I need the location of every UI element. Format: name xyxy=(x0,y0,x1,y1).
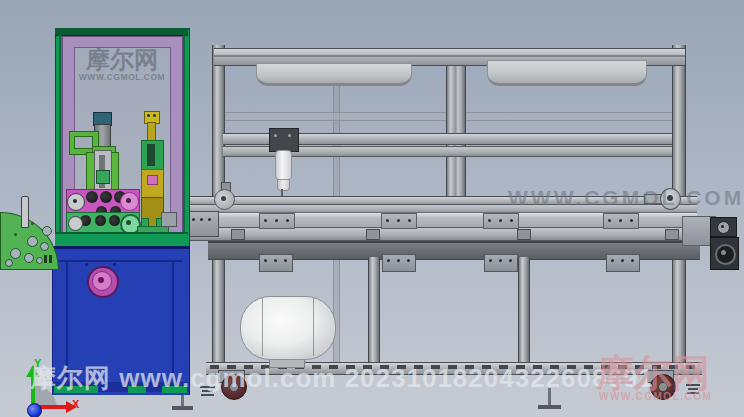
green-block-left-disc xyxy=(68,216,83,231)
bolt-dot xyxy=(408,219,411,222)
hanger-plate xyxy=(606,254,640,272)
roller xyxy=(109,215,120,226)
cabinet-post-groove xyxy=(59,35,61,240)
roller xyxy=(86,191,98,203)
base-bolt xyxy=(85,263,88,266)
pink-block-right-hub xyxy=(126,198,131,203)
frame-top-rail-groove xyxy=(214,55,685,57)
actuator-cap-dot xyxy=(147,114,150,117)
pink-block-left-hub xyxy=(73,199,77,203)
disc-hole xyxy=(5,259,13,267)
disc-hole-dot xyxy=(14,233,17,236)
actuator-cap-dot xyxy=(153,114,156,117)
table-leg xyxy=(368,257,380,363)
filter-body xyxy=(275,150,292,180)
filter-cup xyxy=(277,179,290,191)
caster-hub xyxy=(658,382,668,392)
disc-hole xyxy=(24,253,34,263)
leveling-foot-lines xyxy=(688,388,698,390)
base-bolt xyxy=(113,263,116,266)
bolt-dot xyxy=(488,219,491,222)
bolt-dot xyxy=(619,219,622,222)
bolt-dot xyxy=(407,259,410,262)
leveling-foot-base xyxy=(538,405,561,409)
conveyor-rail-3 xyxy=(187,227,697,241)
tank-seam xyxy=(313,298,314,356)
cad-viewport[interactable]: 摩尔网 WWW.CGMOL.COM xyxy=(0,0,744,417)
x-axis-shaft xyxy=(38,405,66,409)
bolt-dot xyxy=(509,259,512,262)
x-axis-arrowhead xyxy=(66,401,77,413)
base-panel-line xyxy=(66,262,68,383)
bolt-dot xyxy=(621,259,624,262)
disc-slot xyxy=(44,255,47,263)
filter-bracket xyxy=(269,128,299,152)
bolt-dot xyxy=(611,259,614,262)
bolt-dot xyxy=(286,219,289,222)
base-cabinet xyxy=(52,246,190,395)
index-disc-pin xyxy=(21,196,29,228)
right-end-knob-hub xyxy=(667,195,673,201)
y-axis-arrowhead xyxy=(26,365,40,377)
roller xyxy=(95,215,106,226)
left-tray xyxy=(256,63,412,86)
green-block-right-hub xyxy=(126,220,131,225)
mount-plate xyxy=(381,213,417,229)
post-connector xyxy=(665,229,679,240)
cabinet-top-cap xyxy=(55,28,188,36)
disc-hole xyxy=(42,226,52,236)
bolt-dot xyxy=(510,219,513,222)
leveling-foot-lines xyxy=(202,390,213,392)
bolt-dot xyxy=(200,218,203,221)
disc-hole xyxy=(40,242,49,251)
bolt-dot xyxy=(608,219,611,222)
right-tray xyxy=(487,60,647,86)
green-arm-window xyxy=(74,136,93,149)
frame-mid-post xyxy=(446,51,466,198)
connector-plate xyxy=(186,211,219,237)
roller xyxy=(100,191,112,203)
bolt-dot xyxy=(489,259,492,262)
leveling-foot xyxy=(548,388,551,406)
filter-bracket-bolt xyxy=(274,134,277,137)
disc-hole xyxy=(10,248,21,259)
bolt-dot xyxy=(264,219,267,222)
bolt-dot xyxy=(630,219,633,222)
leveling-foot-lines xyxy=(687,392,699,394)
bolt-dot xyxy=(274,259,277,262)
origin-sphere xyxy=(27,403,42,417)
bolt-dot xyxy=(192,218,195,221)
tank-seam xyxy=(262,298,263,356)
bolt-dot xyxy=(499,219,502,222)
bolt-dot xyxy=(387,259,390,262)
actuator-slot xyxy=(147,144,155,166)
base-panel-line xyxy=(172,262,174,383)
bolt-dot xyxy=(631,259,634,262)
control-knob-center xyxy=(721,225,724,228)
post-connector xyxy=(231,229,245,240)
slide-carriage xyxy=(96,170,110,184)
bolt-dot xyxy=(386,219,389,222)
mount-plate xyxy=(483,213,519,229)
mount-plate xyxy=(259,213,295,229)
disc-hole-dot xyxy=(31,222,34,225)
actuator-side-bracket xyxy=(161,212,177,227)
fan-circle xyxy=(715,244,736,265)
bolt-dot xyxy=(397,259,400,262)
handwheel-hub xyxy=(98,277,104,283)
bolt-dot xyxy=(499,259,502,262)
disc-slot xyxy=(49,255,52,263)
air-tank xyxy=(240,296,336,360)
leveling-foot-lines xyxy=(201,394,214,396)
disc-hole xyxy=(27,236,38,247)
disc-hole xyxy=(36,257,43,264)
hanger-plate xyxy=(382,254,416,272)
leveling-foot-lines xyxy=(200,386,215,388)
base-green-trim xyxy=(128,385,146,393)
hanger-plate xyxy=(484,254,518,272)
bolt-dot xyxy=(264,259,267,262)
left-end-knob-hub xyxy=(221,196,226,201)
base-green-trim xyxy=(162,385,187,393)
cabinet-post-groove xyxy=(183,35,185,240)
base-green-trim xyxy=(54,385,98,393)
